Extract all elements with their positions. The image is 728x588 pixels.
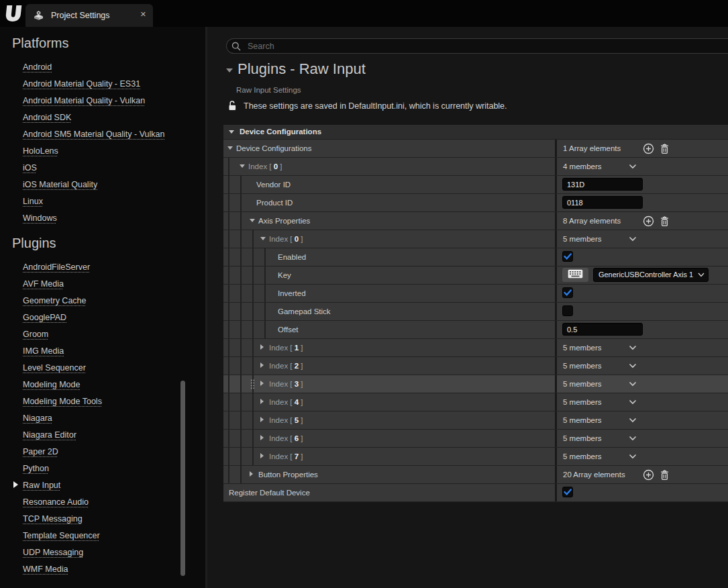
sidebar-item-modeling-mode-tools[interactable]: Modeling Mode Tools (0, 392, 205, 409)
settings-row-index-2[interactable]: Index [ 2 ]5 members (223, 357, 728, 375)
add-element-button[interactable] (643, 143, 654, 154)
delete-elements-button[interactable] (660, 143, 670, 154)
settings-row-index-0[interactable]: Index [ 0 ]5 members (223, 230, 728, 248)
expander-expand-icon[interactable] (260, 399, 264, 404)
sidebar-item-label: GooglePAD (23, 313, 66, 322)
add-element-button[interactable] (643, 469, 654, 481)
sidebar-item-linux[interactable]: Linux (0, 192, 205, 209)
members-dropdown-chevron-icon[interactable] (629, 454, 637, 459)
settings-row-index-1[interactable]: Index [ 1 ]5 members (223, 339, 728, 357)
members-dropdown-chevron-icon[interactable] (629, 164, 637, 169)
sidebar-item-android-sdk[interactable]: Android SDK (0, 108, 205, 125)
sidebar-item-ios[interactable]: iOS (0, 158, 205, 175)
product-id-input[interactable] (562, 196, 643, 209)
expander-expand-icon[interactable] (260, 344, 264, 350)
sidebar-item-udp-messaging[interactable]: UDP Messaging (0, 543, 205, 560)
sidebar-item-tcp-messaging[interactable]: TCP Messaging (0, 509, 205, 526)
members-dropdown-chevron-icon[interactable] (629, 418, 637, 423)
offset-input[interactable] (562, 323, 643, 336)
expander-expand-icon[interactable] (260, 362, 264, 368)
sidebar-item-paper-2d[interactable]: Paper 2D (0, 442, 205, 459)
sidebar-item-modeling-mode[interactable]: Modeling Mode (0, 375, 205, 392)
category-device-configurations[interactable]: Device Configurations (223, 125, 728, 140)
selected-item-arrow-icon (13, 481, 18, 488)
expander-collapse-icon[interactable] (240, 164, 245, 168)
settings-row-index-5[interactable]: Index [ 5 ]5 members (223, 411, 728, 430)
sidebar-item-android-sm5-material-quality-vulkan[interactable]: Android SM5 Material Quality - Vulkan (0, 125, 205, 142)
members-count: 5 members (563, 357, 602, 375)
expander-expand-icon[interactable] (260, 381, 264, 386)
settings-row-key[interactable]: KeyGenericUSBController Axis 1 (223, 266, 728, 285)
sidebar-item-resonance-audio[interactable]: Resonance Audio (0, 493, 205, 509)
checkmark-icon (564, 248, 572, 265)
settings-row-gamepad-stick[interactable]: Gamepad Stick (223, 303, 728, 321)
sidebar-item-avf-media[interactable]: AVF Media (0, 275, 205, 291)
sidebar-item-raw-input[interactable]: Raw Input (0, 476, 205, 493)
sidebar-item-android-material-quality-es31[interactable]: Android Material Quality - ES31 (0, 75, 205, 91)
settings-row-index-4[interactable]: Index [ 4 ]5 members (223, 393, 728, 411)
row-name-cell: Vendor ID (223, 176, 555, 193)
expander-collapse-icon[interactable] (250, 219, 255, 222)
sidebar-item-level-sequencer[interactable]: Level Sequencer (0, 358, 205, 375)
key-select-dropdown[interactable]: GenericUSBController Axis 1 (593, 268, 709, 282)
settings-row-offset[interactable]: Offset (223, 321, 728, 339)
settings-row-enabled[interactable]: Enabled (223, 248, 728, 266)
sidebar-item-label: Raw Input (23, 481, 60, 490)
expander-expand-icon[interactable] (260, 435, 264, 440)
settings-row-index-3[interactable]: Index [ 3 ]5 members (223, 375, 728, 393)
settings-row-inverted[interactable]: Inverted (223, 285, 728, 303)
sidebar-item-img-media[interactable]: IMG Media (0, 342, 205, 358)
register-default-device-checkbox[interactable] (562, 487, 573, 497)
enabled-checkbox[interactable] (562, 251, 573, 262)
sidebar-item-hololens[interactable]: HoloLens (0, 142, 205, 158)
expander-expand-icon[interactable] (250, 471, 253, 477)
sidebar-item-wmf-media[interactable]: WMF Media (0, 560, 205, 577)
members-dropdown-chevron-icon[interactable] (629, 345, 637, 350)
members-dropdown-chevron-icon[interactable] (629, 236, 637, 242)
sidebar-item-googlepad[interactable]: GooglePAD (0, 308, 205, 325)
tab-project-settings[interactable]: Project Settings ✕ (25, 4, 153, 27)
sidebar-item-androidfileserver[interactable]: AndroidFileServer (0, 258, 205, 275)
delete-elements-button[interactable] (660, 215, 670, 227)
expander-collapse-icon[interactable] (227, 146, 233, 150)
members-dropdown-chevron-icon[interactable] (629, 363, 637, 369)
sidebar-item-template-sequencer[interactable]: Template Sequencer (0, 526, 205, 543)
members-dropdown-chevron-icon[interactable] (629, 381, 637, 387)
sidebar-scrollbar-thumb[interactable] (180, 381, 185, 576)
members-dropdown-chevron-icon[interactable] (629, 436, 637, 441)
settings-tree: Device Configurations Device Configurati… (223, 125, 728, 502)
category-collapse-icon[interactable] (229, 130, 234, 134)
members-dropdown-chevron-icon[interactable] (629, 399, 637, 405)
settings-row-index-6[interactable]: Index [ 6 ]5 members (223, 430, 728, 448)
settings-row-device-configurations[interactable]: Device Configurations1 Array elements (223, 140, 728, 158)
sidebar-item-android-material-quality-vulkan[interactable]: Android Material Quality - Vulkan (0, 91, 205, 108)
sidebar-item-niagara-editor[interactable]: Niagara Editor (0, 426, 205, 442)
delete-elements-button[interactable] (660, 469, 670, 481)
settings-row-index-7[interactable]: Index [ 7 ]5 members (223, 448, 728, 466)
sidebar-item-ios-material-quality[interactable]: iOS Material Quality (0, 175, 205, 192)
sidebar-item-windows[interactable]: Windows (0, 209, 205, 226)
expander-expand-icon[interactable] (260, 417, 264, 422)
settings-row-axis-properties[interactable]: Axis Properties8 Array elements (223, 212, 728, 230)
vendor-id-input[interactable] (562, 178, 643, 191)
settings-row-product-id[interactable]: Product ID (223, 194, 728, 212)
settings-row-index-0[interactable]: Index [ 0 ]4 members (223, 158, 728, 176)
gamepad-stick-checkbox[interactable] (562, 305, 573, 316)
sidebar-item-android[interactable]: Android (0, 58, 205, 75)
drag-handle-icon[interactable] (250, 379, 255, 389)
tab-close-icon[interactable]: ✕ (140, 10, 146, 19)
settings-row-button-properties[interactable]: Button Properties20 Array elements (223, 466, 728, 484)
add-element-button[interactable] (643, 215, 654, 227)
settings-row-register-default-device[interactable]: Register Default Device (223, 484, 728, 502)
sidebar-item-python[interactable]: Python (0, 459, 205, 476)
keyboard-capture-button[interactable] (562, 268, 588, 282)
search-input[interactable] (246, 41, 728, 52)
page-collapse-icon[interactable] (226, 68, 233, 72)
settings-row-vendor-id[interactable]: Vendor ID (223, 176, 728, 194)
inverted-checkbox[interactable] (562, 287, 573, 298)
expander-expand-icon[interactable] (260, 453, 264, 458)
sidebar-item-groom[interactable]: Groom (0, 325, 205, 342)
sidebar-item-niagara[interactable]: Niagara (0, 409, 205, 426)
sidebar-item-geometry-cache[interactable]: Geometry Cache (0, 291, 205, 308)
expander-collapse-icon[interactable] (260, 237, 266, 240)
